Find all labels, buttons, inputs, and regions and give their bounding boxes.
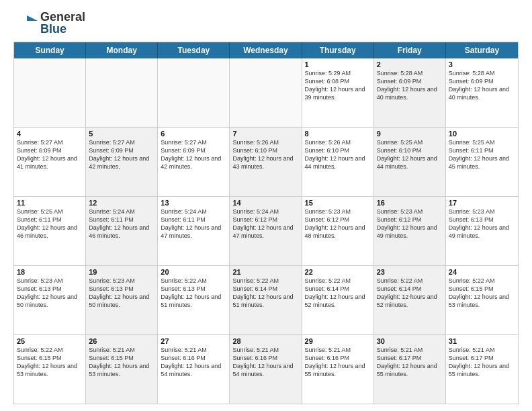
day-info: Sunrise: 5:23 AM Sunset: 6:12 PM Dayligh… [305,208,371,240]
cal-cell: 9Sunrise: 5:25 AM Sunset: 6:10 PM Daylig… [374,128,446,196]
calendar-body: 1Sunrise: 5:29 AM Sunset: 6:08 PM Daylig… [14,58,518,404]
day-number: 29 [305,337,371,345]
cal-cell: 4Sunrise: 5:27 AM Sunset: 6:09 PM Daylig… [14,128,86,196]
day-info: Sunrise: 5:23 AM Sunset: 6:13 PM Dayligh… [449,208,515,240]
day-info: Sunrise: 5:21 AM Sunset: 6:15 PM Dayligh… [89,346,154,379]
cal-cell: 1Sunrise: 5:29 AM Sunset: 6:08 PM Daylig… [302,58,374,127]
cal-cell [158,58,230,127]
week-row-2: 4Sunrise: 5:27 AM Sunset: 6:09 PM Daylig… [14,127,518,196]
day-number: 31 [449,337,515,345]
day-info: Sunrise: 5:21 AM Sunset: 6:17 PM Dayligh… [449,346,515,379]
day-number: 5 [89,130,154,138]
day-info: Sunrise: 5:22 AM Sunset: 6:13 PM Dayligh… [161,277,226,310]
day-number: 12 [89,199,154,207]
cal-cell: 17Sunrise: 5:23 AM Sunset: 6:13 PM Dayli… [446,197,518,265]
cal-cell: 29Sunrise: 5:21 AM Sunset: 6:16 PM Dayli… [302,335,374,404]
cal-cell: 18Sunrise: 5:23 AM Sunset: 6:13 PM Dayli… [14,266,86,334]
day-number: 9 [377,130,443,138]
header-day-thursday: Thursday [302,42,374,58]
cal-cell [230,58,302,127]
day-number: 22 [305,268,371,276]
day-info: Sunrise: 5:22 AM Sunset: 6:15 PM Dayligh… [17,346,83,379]
day-info: Sunrise: 5:21 AM Sunset: 6:16 PM Dayligh… [232,346,298,379]
day-info: Sunrise: 5:21 AM Sunset: 6:16 PM Dayligh… [161,346,226,379]
cal-cell: 15Sunrise: 5:23 AM Sunset: 6:12 PM Dayli… [302,197,374,265]
day-number: 21 [232,268,298,276]
cal-cell: 3Sunrise: 5:28 AM Sunset: 6:09 PM Daylig… [446,58,518,127]
day-number: 11 [17,199,83,207]
day-number: 23 [377,268,443,276]
cal-cell: 31Sunrise: 5:21 AM Sunset: 6:17 PM Dayli… [446,335,518,404]
page: GeneralBlue SundayMondayTuesdayWednesday… [0,0,532,411]
cal-cell: 20Sunrise: 5:22 AM Sunset: 6:13 PM Dayli… [158,266,230,334]
cal-cell: 27Sunrise: 5:21 AM Sunset: 6:16 PM Dayli… [158,335,230,404]
header-day-friday: Friday [374,42,446,58]
day-info: Sunrise: 5:28 AM Sunset: 6:09 PM Dayligh… [377,69,443,102]
svg-marker-0 [27,15,38,21]
day-info: Sunrise: 5:24 AM Sunset: 6:12 PM Dayligh… [232,208,298,240]
day-info: Sunrise: 5:27 AM Sunset: 6:09 PM Dayligh… [17,138,83,171]
logo: GeneralBlue [13,11,85,36]
day-number: 30 [377,337,443,345]
cal-cell: 7Sunrise: 5:26 AM Sunset: 6:10 PM Daylig… [230,128,302,196]
day-info: Sunrise: 5:26 AM Sunset: 6:10 PM Dayligh… [305,138,371,171]
cal-cell: 16Sunrise: 5:23 AM Sunset: 6:12 PM Dayli… [374,197,446,265]
day-info: Sunrise: 5:23 AM Sunset: 6:12 PM Dayligh… [377,208,443,240]
day-number: 10 [449,130,515,138]
day-info: Sunrise: 5:29 AM Sunset: 6:08 PM Dayligh… [305,69,371,102]
cal-cell: 14Sunrise: 5:24 AM Sunset: 6:12 PM Dayli… [230,197,302,265]
header-day-sunday: Sunday [14,42,86,58]
day-number: 6 [161,130,226,138]
day-number: 24 [449,268,515,276]
cal-cell: 24Sunrise: 5:22 AM Sunset: 6:15 PM Dayli… [446,266,518,334]
cal-cell: 30Sunrise: 5:21 AM Sunset: 6:17 PM Dayli… [374,335,446,404]
header: GeneralBlue [13,11,519,36]
day-number: 20 [161,268,226,276]
day-info: Sunrise: 5:25 AM Sunset: 6:11 PM Dayligh… [449,138,515,171]
day-number: 15 [305,199,371,207]
day-number: 2 [377,60,443,68]
day-number: 18 [17,268,83,276]
cal-cell: 23Sunrise: 5:22 AM Sunset: 6:14 PM Dayli… [374,266,446,334]
day-info: Sunrise: 5:25 AM Sunset: 6:11 PM Dayligh… [17,208,83,240]
day-info: Sunrise: 5:28 AM Sunset: 6:09 PM Dayligh… [449,69,515,102]
day-number: 14 [232,199,298,207]
header-day-wednesday: Wednesday [230,42,302,58]
cal-cell: 10Sunrise: 5:25 AM Sunset: 6:11 PM Dayli… [446,128,518,196]
day-number: 19 [89,268,154,276]
cal-cell: 26Sunrise: 5:21 AM Sunset: 6:15 PM Dayli… [86,335,158,404]
cal-cell [14,58,86,127]
header-day-tuesday: Tuesday [158,42,230,58]
day-number: 4 [17,130,83,138]
day-info: Sunrise: 5:25 AM Sunset: 6:10 PM Dayligh… [377,138,443,171]
cal-cell: 5Sunrise: 5:27 AM Sunset: 6:09 PM Daylig… [86,128,158,196]
day-info: Sunrise: 5:22 AM Sunset: 6:14 PM Dayligh… [232,277,298,310]
cal-cell [86,58,158,127]
week-row-3: 11Sunrise: 5:25 AM Sunset: 6:11 PM Dayli… [14,196,518,265]
week-row-1: 1Sunrise: 5:29 AM Sunset: 6:08 PM Daylig… [14,58,518,127]
logo-icon [13,11,38,36]
day-number: 16 [377,199,443,207]
day-info: Sunrise: 5:21 AM Sunset: 6:16 PM Dayligh… [305,346,371,379]
day-info: Sunrise: 5:21 AM Sunset: 6:17 PM Dayligh… [377,346,443,379]
day-number: 17 [449,199,515,207]
day-number: 7 [232,130,298,138]
day-info: Sunrise: 5:24 AM Sunset: 6:11 PM Dayligh… [89,208,154,240]
cal-cell: 28Sunrise: 5:21 AM Sunset: 6:16 PM Dayli… [230,335,302,404]
week-row-5: 25Sunrise: 5:22 AM Sunset: 6:15 PM Dayli… [14,334,518,404]
day-number: 26 [89,337,154,345]
day-info: Sunrise: 5:27 AM Sunset: 6:09 PM Dayligh… [89,138,154,171]
cal-cell: 19Sunrise: 5:23 AM Sunset: 6:13 PM Dayli… [86,266,158,334]
day-info: Sunrise: 5:24 AM Sunset: 6:11 PM Dayligh… [161,208,226,240]
header-day-saturday: Saturday [446,42,518,58]
logo-blue-text: Blue [40,23,85,36]
day-info: Sunrise: 5:22 AM Sunset: 6:15 PM Dayligh… [449,277,515,310]
cal-cell: 25Sunrise: 5:22 AM Sunset: 6:15 PM Dayli… [14,335,86,404]
day-number: 1 [305,60,371,68]
cal-cell: 21Sunrise: 5:22 AM Sunset: 6:14 PM Dayli… [230,266,302,334]
week-row-4: 18Sunrise: 5:23 AM Sunset: 6:13 PM Dayli… [14,265,518,334]
day-info: Sunrise: 5:22 AM Sunset: 6:14 PM Dayligh… [377,277,443,310]
cal-cell: 6Sunrise: 5:27 AM Sunset: 6:09 PM Daylig… [158,128,230,196]
calendar-header: SundayMondayTuesdayWednesdayThursdayFrid… [14,42,518,58]
cal-cell: 11Sunrise: 5:25 AM Sunset: 6:11 PM Dayli… [14,197,86,265]
